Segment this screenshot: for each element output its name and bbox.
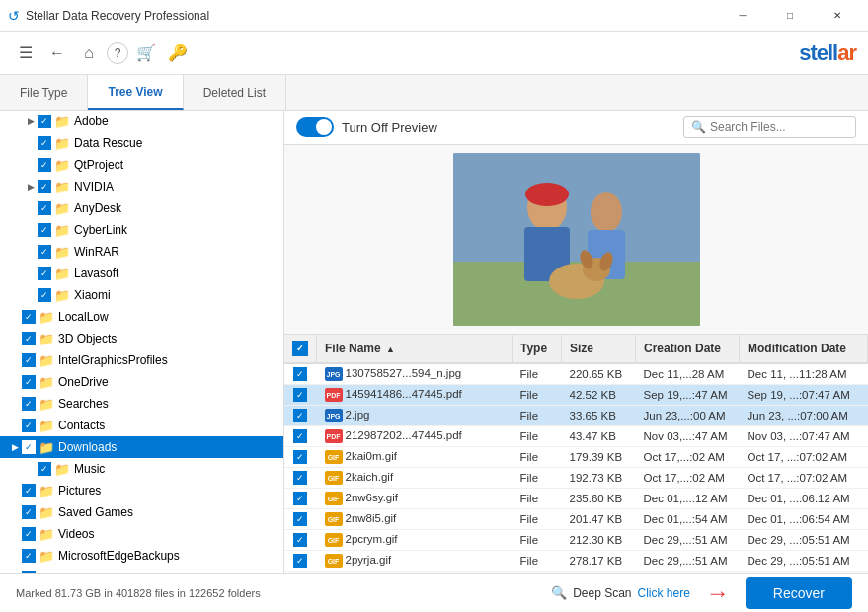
tree-checkbox[interactable]: ✓ xyxy=(38,267,51,280)
tree-checkbox[interactable]: ✓ xyxy=(22,484,36,497)
sidebar-item[interactable]: ✓📁ansel xyxy=(0,567,283,573)
sidebar-item[interactable]: ✓📁WinRAR xyxy=(0,241,283,263)
sidebar-item[interactable]: ✓📁Contacts xyxy=(0,415,283,436)
tree-checkbox[interactable]: ✓ xyxy=(22,310,36,324)
back-icon[interactable]: ← xyxy=(43,39,71,67)
sidebar-item[interactable]: ✓📁Data Rescue xyxy=(0,132,283,154)
table-row[interactable]: ✓GIF2nw8i5.gifFile201.47 KBDec 01,...:54… xyxy=(284,509,868,530)
tab-deleted-list[interactable]: Deleted List xyxy=(184,75,286,110)
sidebar-item[interactable]: ✓📁CyberLink xyxy=(0,219,283,241)
tree-checkbox[interactable]: ✓ xyxy=(22,505,36,519)
sidebar-item[interactable]: ✓📁LocalLow xyxy=(0,306,283,328)
row-checkbox-cell: ✓ xyxy=(284,509,317,530)
sidebar-item[interactable]: ✓📁QtProject xyxy=(0,154,283,176)
sidebar-item[interactable]: ✓📁Saved Games xyxy=(0,501,283,523)
help-icon[interactable]: ? xyxy=(107,42,128,64)
row-checkbox[interactable]: ✓ xyxy=(293,471,307,485)
sidebar-item[interactable]: ✓📁OneDrive xyxy=(0,371,283,393)
click-here-link[interactable]: Click here xyxy=(638,586,690,600)
tree-checkbox[interactable]: ✓ xyxy=(38,201,51,215)
tree-checkbox[interactable]: ✓ xyxy=(38,223,51,237)
header-type[interactable]: Type xyxy=(513,335,562,363)
sidebar-item[interactable]: ✓📁Music xyxy=(0,458,283,480)
row-checkbox[interactable]: ✓ xyxy=(293,450,307,464)
table-row[interactable]: ✓PDF212987202...47445.pdfFile43.47 KBNov… xyxy=(284,426,868,447)
header-filename[interactable]: File Name ▲ xyxy=(317,335,513,363)
tree-checkbox[interactable]: ✓ xyxy=(22,571,36,573)
tree-checkbox[interactable]: ✓ xyxy=(22,353,36,367)
table-row[interactable]: ✓JPG130758527...594_n.jpgFile220.65 KBDe… xyxy=(284,363,868,385)
toggle-track[interactable] xyxy=(296,117,334,137)
tab-tree-view[interactable]: Tree View xyxy=(88,75,183,110)
tree-arrow[interactable]: ▶ xyxy=(8,442,22,452)
sidebar-item[interactable]: ✓📁Searches xyxy=(0,393,283,415)
table-row[interactable]: ✓GIF2kai0m.gifFile179.39 KBOct 17,...:02… xyxy=(284,447,868,468)
header-modification[interactable]: Modification Date xyxy=(740,335,868,363)
search-input[interactable] xyxy=(710,120,848,134)
tree-checkbox[interactable]: ✓ xyxy=(38,288,51,302)
file-type-icon: GIF xyxy=(325,471,343,485)
tree-checkbox[interactable]: ✓ xyxy=(38,115,51,128)
close-button[interactable]: ✕ xyxy=(815,0,860,32)
sidebar-item[interactable]: ✓📁Xiaomi xyxy=(0,284,283,306)
header-creation[interactable]: Creation Date xyxy=(636,335,740,363)
tree-checkbox[interactable]: ✓ xyxy=(22,440,36,454)
row-checkbox[interactable]: ✓ xyxy=(293,533,307,547)
header-check[interactable]: ✓ xyxy=(284,335,317,363)
sidebar-item[interactable]: ▶✓📁NVIDIA xyxy=(0,176,283,197)
sidebar-item[interactable]: ✓📁MicrosoftEdgeBackups xyxy=(0,545,283,567)
toggle-preview[interactable]: Turn Off Preview xyxy=(296,117,437,137)
minimize-button[interactable]: ─ xyxy=(720,0,765,32)
table-row[interactable]: ✓GIF2pcrym.gifFile212.30 KBDec 29,...:51… xyxy=(284,530,868,551)
tab-file-type[interactable]: File Type xyxy=(0,75,88,110)
tree-checkbox[interactable]: ✓ xyxy=(22,397,36,411)
tree-checkbox[interactable]: ✓ xyxy=(38,462,51,476)
key-icon[interactable]: 🔑 xyxy=(164,39,192,67)
row-checkbox[interactable]: ✓ xyxy=(293,512,307,526)
row-checkbox[interactable]: ✓ xyxy=(293,388,307,402)
sidebar-item[interactable]: ▶✓📁Downloads xyxy=(0,436,283,458)
recover-button[interactable]: Recover xyxy=(746,577,852,609)
table-row[interactable]: ✓GIF2nw6sy.gifFile235.60 KBDec 01,...:12… xyxy=(284,489,868,509)
row-creation: Jun 23,...:01 AM xyxy=(636,572,740,574)
tree-checkbox[interactable]: ✓ xyxy=(22,527,36,541)
sidebar-item-label: LocalLow xyxy=(58,310,109,324)
sidebar-item[interactable]: ✓📁3D Objects xyxy=(0,328,283,349)
sidebar-item[interactable]: ▶✓📁Adobe xyxy=(0,111,283,132)
tree-checkbox[interactable]: ✓ xyxy=(38,245,51,259)
sidebar-item[interactable]: ✓📁IntelGraphicsProfiles xyxy=(0,349,283,371)
tree-checkbox[interactable]: ✓ xyxy=(22,375,36,389)
tree-checkbox[interactable]: ✓ xyxy=(38,136,51,150)
table-row[interactable]: ✓GIF2pyrja.gifFile278.17 KBDec 29,...:51… xyxy=(284,551,868,572)
sidebar-item[interactable]: ✓📁AnyDesk xyxy=(0,197,283,219)
tree-arrow[interactable]: ▶ xyxy=(24,182,38,191)
table-row[interactable]: ✓PDF145941486...47445.pdfFile42.52 KBSep… xyxy=(284,385,868,406)
table-row[interactable]: ✓JPG3.jpgFile50.50 KBJun 23,...:01 AMJun… xyxy=(284,572,868,574)
row-checkbox[interactable]: ✓ xyxy=(293,492,307,505)
tree-checkbox[interactable]: ✓ xyxy=(22,332,36,345)
cart-icon[interactable]: 🛒 xyxy=(132,39,160,67)
row-checkbox[interactable]: ✓ xyxy=(293,409,307,422)
folder-icon: 📁 xyxy=(39,310,54,325)
menu-icon[interactable]: ☰ xyxy=(12,39,39,67)
maximize-button[interactable]: □ xyxy=(767,0,813,32)
table-row[interactable]: ✓JPG2.jpgFile33.65 KBJun 23,...:00 AMJun… xyxy=(284,406,868,426)
sidebar-item[interactable]: ✓📁Pictures xyxy=(0,480,283,501)
tree-checkbox[interactable]: ✓ xyxy=(22,419,36,432)
tree-checkbox[interactable]: ✓ xyxy=(22,549,36,563)
table-row[interactable]: ✓GIF2kaich.gifFile192.73 KBOct 17,...:02… xyxy=(284,468,868,489)
row-filename: GIF2kaich.gif xyxy=(317,468,513,489)
row-checkbox[interactable]: ✓ xyxy=(293,554,307,568)
row-checkbox[interactable]: ✓ xyxy=(293,429,307,443)
tree-arrow[interactable]: ▶ xyxy=(24,116,38,126)
header-size[interactable]: Size xyxy=(562,335,636,363)
select-all-checkbox[interactable]: ✓ xyxy=(292,341,308,356)
sidebar-item[interactable]: ✓📁Videos xyxy=(0,523,283,545)
row-checkbox[interactable]: ✓ xyxy=(293,367,307,381)
home-icon[interactable]: ⌂ xyxy=(75,39,103,67)
tree-checkbox[interactable]: ✓ xyxy=(38,158,51,172)
sidebar-item[interactable]: ✓📁Lavasoft xyxy=(0,263,283,284)
sort-arrow: ▲ xyxy=(386,344,395,354)
row-filename: GIF2kai0m.gif xyxy=(317,447,513,468)
tree-checkbox[interactable]: ✓ xyxy=(38,180,51,193)
